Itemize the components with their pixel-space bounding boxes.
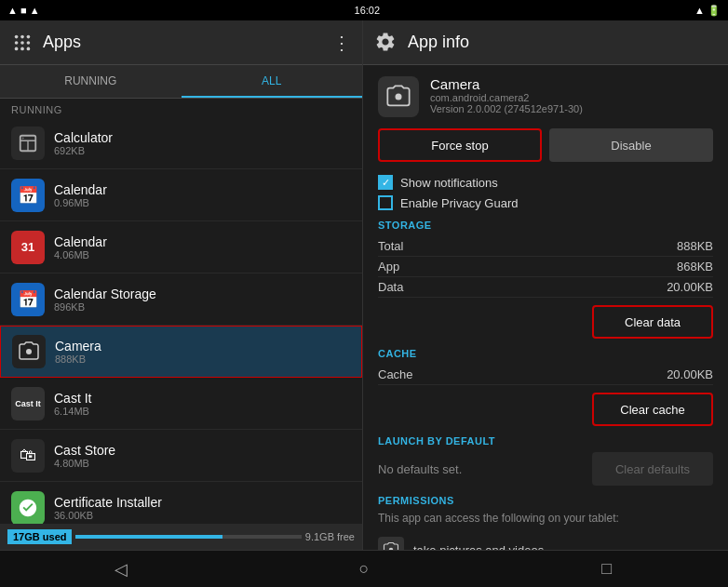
permission-camera-label: take pictures and videos xyxy=(413,543,544,551)
tab-running[interactable]: RUNNING xyxy=(0,65,182,98)
bottom-navigation: ◁ ○ □ xyxy=(0,550,728,587)
cache-value: 20.00KB xyxy=(667,367,713,381)
svg-text:+: + xyxy=(22,135,25,140)
cache-section-header: CACHE xyxy=(378,348,713,359)
privacy-guard-checkbox[interactable] xyxy=(378,195,393,210)
running-section-label: RUNNING xyxy=(0,99,362,117)
svg-point-6 xyxy=(15,47,19,50)
app-icon-calendar2: 31 xyxy=(11,231,45,264)
app-info-cert: Certificate Installer 36.00KB xyxy=(54,495,351,521)
clear-cache-button[interactable]: Clear cache xyxy=(592,393,713,426)
app-info-calendar2: Calendar 4.06MB xyxy=(54,234,351,260)
cache-label: Cache xyxy=(378,367,413,381)
no-defaults-text: No defaults set. xyxy=(378,459,462,480)
left-panel: Apps ⋮ RUNNING ALL RUNNING + xyxy=(0,20,363,550)
app-icon-caststore: 🛍 xyxy=(11,439,45,473)
app-size: 6.14MB xyxy=(54,406,351,417)
left-header: Apps ⋮ xyxy=(0,20,362,65)
storage-used-label: 17GB used xyxy=(7,529,72,544)
camera-permission-icon xyxy=(378,537,404,550)
app-info-camera: Camera 888KB xyxy=(55,339,350,365)
app-detail-name: Camera xyxy=(430,76,583,92)
right-panel-header: App info xyxy=(363,20,728,65)
launch-default-header: LAUNCH BY DEFAULT xyxy=(378,435,713,447)
storage-data-row: Data 20.00KB xyxy=(378,277,713,298)
app-name: Calendar xyxy=(54,234,351,249)
app-info-header-icon xyxy=(374,31,398,55)
list-item[interactable]: 🛍 Cast Store 4.80MB xyxy=(0,430,362,482)
app-size: 896KB xyxy=(54,301,351,313)
app-name: Camera xyxy=(55,339,350,354)
list-item-camera[interactable]: Camera 888KB xyxy=(0,326,362,378)
app-size: 0.96MB xyxy=(54,197,351,208)
app-icon-camera xyxy=(12,335,46,368)
show-notifications-label: Show notifications xyxy=(400,176,498,190)
left-panel-title: Apps xyxy=(43,33,323,52)
list-item[interactable]: 📅 Calendar 0.96MB xyxy=(0,169,362,221)
app-icon-cert xyxy=(11,491,45,525)
permission-item-camera: take pictures and videos xyxy=(378,532,713,550)
list-item[interactable]: 31 Calendar 4.06MB xyxy=(0,221,362,273)
show-notifications-checkbox[interactable]: ✓ xyxy=(378,175,393,190)
app-name: Cast It xyxy=(54,391,351,406)
list-item[interactable]: + Calculator 692KB xyxy=(0,117,362,169)
clear-defaults-button: Clear defaults xyxy=(592,452,713,486)
storage-total-value: 888KB xyxy=(677,239,713,253)
storage-app-label: App xyxy=(378,260,399,273)
app-size: 36.00KB xyxy=(54,510,351,521)
privacy-guard-row[interactable]: Enable Privacy Guard xyxy=(378,195,713,210)
app-name: Cast Store xyxy=(54,443,351,458)
app-info-castit: Cast It 6.14MB xyxy=(54,391,351,417)
storage-total-label: Total xyxy=(378,239,403,253)
app-detail-version: Version 2.0.002 (274512e971-30) xyxy=(430,103,583,114)
list-item[interactable]: Cast It Cast It 6.14MB xyxy=(0,378,362,430)
storage-data-value: 20.00KB xyxy=(667,280,713,294)
app-list[interactable]: + Calculator 692KB 📅 Calendar 0.96MB 31 xyxy=(0,117,362,524)
storage-app-value: 868KB xyxy=(677,260,713,273)
app-info-calendar1: Calendar 0.96MB xyxy=(54,182,351,208)
checkbox-check-icon: ✓ xyxy=(382,177,390,189)
list-item[interactable]: 📅 Calendar Storage 896KB xyxy=(0,273,362,326)
home-button[interactable]: ○ xyxy=(243,551,486,587)
app-name: Certificate Installer xyxy=(54,495,351,510)
app-header-row: Camera com.android.camera2 Version 2.0.0… xyxy=(378,76,713,117)
svg-point-0 xyxy=(15,34,19,38)
app-detail-text: Camera com.android.camera2 Version 2.0.0… xyxy=(430,76,583,114)
app-info-title: App info xyxy=(408,33,469,52)
app-info-cal-storage: Calendar Storage 896KB xyxy=(54,287,351,313)
clear-data-button[interactable]: Clear data xyxy=(592,305,713,339)
recent-apps-button[interactable]: □ xyxy=(485,551,728,587)
show-notifications-row[interactable]: ✓ Show notifications xyxy=(378,175,713,190)
app-name: Calendar Storage xyxy=(54,287,351,301)
main-content: Apps ⋮ RUNNING ALL RUNNING + xyxy=(0,20,728,550)
permissions-description: This app can access the following on you… xyxy=(378,512,713,525)
svg-point-5 xyxy=(27,41,31,45)
storage-free-label: 9.1GB free xyxy=(305,531,355,542)
app-icon-large xyxy=(378,76,419,117)
launch-default-row: No defaults set. Clear defaults xyxy=(378,452,713,486)
app-info-calculator: Calculator 692KB xyxy=(54,130,351,156)
svg-point-7 xyxy=(20,47,24,50)
status-bar-left: ▲ ■ ▲ xyxy=(7,5,40,16)
permissions-header: PERMISSIONS xyxy=(378,495,713,506)
app-size: 692KB xyxy=(54,145,351,156)
tab-all[interactable]: ALL xyxy=(182,65,363,98)
list-item[interactable]: Certificate Installer 36.00KB xyxy=(0,482,362,524)
app-icon-castit: Cast It xyxy=(11,387,45,420)
overflow-menu-button[interactable]: ⋮ xyxy=(332,32,351,54)
apps-header-icon xyxy=(11,32,34,54)
storage-total-row: Total 888KB xyxy=(378,236,713,257)
back-button[interactable]: ◁ xyxy=(0,551,243,587)
force-stop-button[interactable]: Force stop xyxy=(378,128,542,162)
app-name: Calculator xyxy=(54,130,351,145)
disable-button[interactable]: Disable xyxy=(549,128,713,162)
storage-data-label: Data xyxy=(378,280,403,294)
storage-bar: 17GB used 9.1GB free xyxy=(0,524,362,550)
clear-data-btn-row: Clear data xyxy=(378,305,713,339)
right-content: Camera com.android.camera2 Version 2.0.0… xyxy=(363,65,728,550)
status-bar-time: 16:02 xyxy=(355,5,381,16)
svg-point-2 xyxy=(27,34,31,38)
app-tabs: RUNNING ALL xyxy=(0,65,362,99)
app-info-caststore: Cast Store 4.80MB xyxy=(54,443,351,469)
storage-app-row: App 868KB xyxy=(378,257,713,277)
